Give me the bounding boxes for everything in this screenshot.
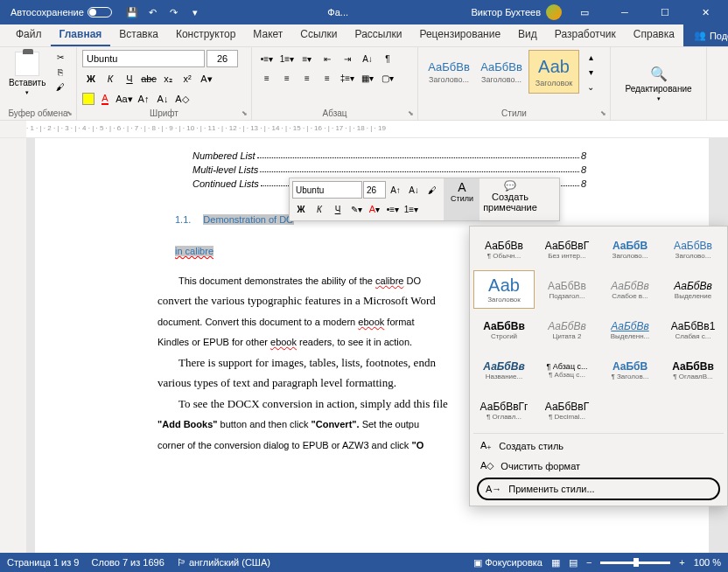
style-option[interactable]: АаБбВвЦитата 2 (536, 310, 598, 349)
shrink-font-button[interactable]: A↓ (154, 90, 172, 108)
clear-format-item[interactable]: A◇Очистить формат (473, 456, 724, 476)
italic-button[interactable]: К (102, 70, 119, 87)
mini-grow-font[interactable]: A↑ (387, 181, 404, 199)
tab-help[interactable]: Справка (625, 24, 683, 46)
tab-layout[interactable]: Макет (244, 24, 291, 46)
mini-highlight[interactable]: ✎▾ (347, 200, 365, 218)
style-option[interactable]: АаБбВвПодзагол... (536, 270, 598, 309)
justify-button[interactable]: ≡ (318, 69, 337, 87)
word-count[interactable]: Слово 7 из 1696 (91, 557, 164, 568)
style-option[interactable]: АаБбВвВыделенн... (599, 310, 661, 349)
tab-references[interactable]: Ссылки (291, 24, 346, 46)
view-print-icon[interactable]: ▦ (551, 557, 560, 569)
bullets-button[interactable]: •≡▾ (257, 50, 276, 67)
view-web-icon[interactable]: ▤ (569, 557, 578, 569)
cut-icon[interactable]: ✂ (52, 50, 68, 64)
bold-button[interactable]: Ж (82, 70, 100, 87)
style-option[interactable]: АаБбВ¶ Заголов... (599, 351, 661, 389)
autosave-toggle[interactable]: Автосохранение (5, 5, 117, 19)
maximize-icon[interactable]: ☐ (648, 0, 682, 24)
page-indicator[interactable]: Страница 1 из 9 (7, 557, 79, 568)
style-option[interactable]: АаБбВвНазвание... (473, 351, 535, 389)
avatar[interactable] (546, 4, 562, 20)
create-style-item[interactable]: A₊Создать стиль (473, 436, 724, 456)
clipboard-launcher[interactable]: ⬊ (64, 108, 74, 118)
font-color-button[interactable]: A (96, 90, 114, 108)
style-option[interactable]: АаБбВвСтрогий (473, 310, 535, 349)
style-option[interactable]: АаБбВвСлабое в... (599, 270, 661, 309)
paragraph-launcher[interactable]: ⬊ (405, 108, 416, 118)
styles-down-icon[interactable]: ▾ (583, 65, 598, 79)
save-icon[interactable]: 💾 (122, 3, 142, 22)
zoom-in-icon[interactable]: + (679, 557, 684, 568)
focus-mode[interactable]: ▣ Фокусировка (473, 557, 542, 569)
share-button[interactable]: 👥Поделиться (683, 24, 728, 46)
ruler-vertical[interactable] (0, 138, 26, 558)
style-option[interactable]: АаБбВвГБез интер... (536, 230, 598, 269)
mini-numbering[interactable]: 1≡▾ (402, 200, 420, 218)
styles-up-icon[interactable]: ▴ (583, 50, 598, 64)
style-option[interactable]: АаБбВвЗаголово... (662, 230, 724, 269)
ribbon-options-icon[interactable]: ▭ (567, 0, 602, 24)
font-launcher[interactable]: ⬊ (239, 108, 249, 118)
align-left-button[interactable]: ≡ (257, 69, 276, 87)
redo-icon[interactable]: ↷ (164, 3, 184, 22)
minimize-icon[interactable]: ─ (607, 0, 642, 24)
sort-button[interactable]: A↓ (358, 50, 377, 67)
close-icon[interactable]: ✕ (688, 0, 723, 24)
effects-button[interactable]: A▾ (198, 70, 215, 87)
qat-dropdown-icon[interactable]: ▾ (186, 3, 205, 22)
underline-button[interactable]: Ч (121, 70, 138, 87)
style-title[interactable]: АаbЗаголовок (528, 50, 579, 94)
multilevel-button[interactable]: ≡▾ (298, 50, 317, 67)
indent-button[interactable]: ⇥ (338, 50, 357, 67)
line-spacing-button[interactable]: ‡≡▾ (338, 69, 357, 87)
tab-home[interactable]: Главная (51, 24, 111, 46)
copy-icon[interactable]: ⎘ (52, 65, 68, 79)
zoom-out-icon[interactable]: − (586, 557, 592, 568)
shading-button[interactable]: ▦▾ (358, 69, 377, 87)
ruler-horizontal[interactable]: · 1 · | · 2 · | · 3 · | · 4 · | · 5 · | … (0, 121, 728, 138)
tab-insert[interactable]: Вставка (110, 24, 167, 46)
strike-button[interactable]: abc (140, 70, 158, 87)
grow-font-button[interactable]: A↑ (135, 90, 152, 108)
style-option[interactable]: АаБбВвГ¶ Decimal... (536, 391, 598, 429)
numbering-button[interactable]: 1≡▾ (277, 50, 297, 67)
outdent-button[interactable]: ⇤ (318, 50, 337, 67)
tab-view[interactable]: Вид (509, 24, 546, 46)
zoom-slider[interactable] (600, 562, 670, 564)
align-center-button[interactable]: ≡ (277, 69, 297, 87)
paste-button[interactable]: Вставить ▾ (5, 50, 49, 117)
editing-button[interactable]: 🔍 Редактирование ▾ (625, 66, 691, 102)
align-right-button[interactable]: ≡ (298, 69, 317, 87)
apply-styles-item[interactable]: A→Применить стили... (477, 478, 720, 500)
style-option[interactable]: АаБбВв1Слабая с... (662, 310, 724, 349)
tab-file[interactable]: Файл (7, 24, 51, 46)
styles-launcher[interactable]: ⬊ (598, 108, 608, 118)
style-option[interactable]: АаБбВв¶ Обычн... (473, 230, 535, 269)
undo-icon[interactable]: ↶ (144, 3, 163, 22)
style-heading3[interactable]: АаБбВвЗаголово... (424, 50, 474, 94)
zoom-level[interactable]: 100 % (694, 557, 721, 568)
style-heading4[interactable]: АаБбВвЗаголово... (476, 50, 527, 94)
mini-format-painter[interactable]: 🖌 (424, 181, 441, 199)
tab-design[interactable]: Конструктор (167, 24, 244, 46)
mini-font-size[interactable] (363, 181, 386, 199)
show-marks-button[interactable]: ¶ (378, 50, 397, 67)
highlight-button[interactable] (82, 93, 94, 105)
tab-mailings[interactable]: Рассылки (346, 24, 411, 46)
clear-format-button[interactable]: A◇ (173, 90, 191, 108)
font-size-input[interactable] (206, 50, 238, 67)
style-option[interactable]: ¶ Абзац с...¶ Абзац с... (536, 351, 598, 389)
subscript-button[interactable]: x₂ (159, 70, 177, 87)
mini-bold[interactable]: Ж (292, 200, 310, 218)
style-option[interactable]: АаБбВв¶ ОглавлВ... (662, 351, 724, 389)
mini-font-name[interactable] (292, 181, 362, 199)
format-painter-icon[interactable]: 🖌 (52, 80, 68, 94)
style-option[interactable]: АаБбВвГг¶ Оглавл... (473, 391, 535, 429)
user-name[interactable]: Виктор Бухтеев (472, 7, 541, 17)
tab-developer[interactable]: Разработчик (546, 24, 625, 46)
language-indicator[interactable]: 🏳 английский (США) (177, 557, 270, 568)
style-option[interactable]: АаБбВЗаголово... (599, 230, 661, 269)
styles-more-icon[interactable]: ⌄ (583, 80, 598, 94)
